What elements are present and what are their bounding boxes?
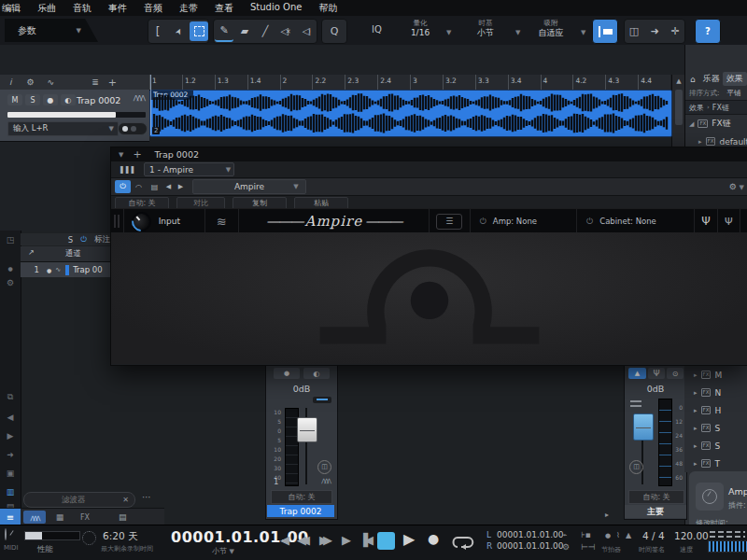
menu-item[interactable]: 事件	[100, 2, 135, 15]
compact-view-icon[interactable]: ⧉	[0, 392, 21, 402]
setup-icon[interactable]: ⚙	[0, 278, 21, 287]
tempo-value[interactable]: 120.00	[674, 530, 709, 541]
gain-value[interactable]: 0dB	[266, 384, 337, 394]
add-tab-icon[interactable]: +	[133, 148, 141, 161]
add-track-icon[interactable]: +	[108, 77, 117, 89]
power-icon[interactable]: ⏻	[480, 217, 486, 227]
zoom-tool-button[interactable]: Q	[321, 19, 347, 44]
close-icon[interactable]: ✕	[122, 496, 134, 504]
marker-icon[interactable]: ⊦▪	[581, 530, 591, 539]
automation-icon[interactable]: ∿	[48, 77, 55, 87]
return-to-start-icon[interactable]: ▐◀	[359, 533, 370, 547]
scroll-up-icon[interactable]: ▲	[672, 75, 685, 88]
track-header[interactable]: M S ● ◐ Trap 0002 ⋀⋀⋀ 输入 L+R ▼	[0, 90, 149, 142]
record-dot-icon[interactable]: ●	[47, 267, 51, 273]
track-name[interactable]: Trap 0002	[77, 95, 120, 105]
breadcrumb-root[interactable]: 效果	[685, 103, 704, 113]
automation-mode[interactable]: 自动: 关	[271, 490, 332, 504]
prev-channel-icon[interactable]: ◀	[0, 413, 21, 422]
range-tool-icon[interactable]	[190, 21, 208, 41]
performance-label[interactable]: 性能	[37, 544, 53, 555]
input-knob[interactable]	[127, 207, 155, 235]
monitor-wave-icon[interactable]: ∿	[55, 266, 61, 273]
prev-preset-icon[interactable]: ◀	[162, 180, 175, 193]
track-scroll-icon[interactable]: ◫	[625, 21, 643, 41]
volume-fader[interactable]	[633, 413, 654, 441]
menu-item[interactable]: 帮助	[310, 2, 345, 15]
collapse-icon[interactable]: ▸	[694, 425, 698, 432]
annotate-label[interactable]: 标注	[94, 234, 110, 245]
split-view-icon[interactable]: ✛	[666, 21, 684, 41]
collapse-icon[interactable]: ▸	[698, 138, 702, 146]
loop-end-value[interactable]: 00001.01.01.00	[497, 541, 564, 551]
split-tool-icon[interactable]: ╱	[256, 21, 275, 41]
expand-icon[interactable]: ◢	[689, 120, 694, 128]
fast-forward-icon[interactable]: ▶▶	[319, 533, 327, 547]
mute-tool-icon[interactable]: ◁✕	[276, 21, 295, 41]
fx-chain-item[interactable]: ▸ FX M	[684, 366, 747, 384]
collapse-icon[interactable]: ▸	[694, 460, 698, 468]
tuner-fork-icon[interactable]: Ψ	[694, 209, 716, 233]
solo-button[interactable]: S	[25, 94, 40, 105]
solo-clear-button[interactable]: S	[68, 235, 73, 245]
trash-icon[interactable]: ▣	[0, 469, 21, 478]
external-devices-icon[interactable]: ➜	[0, 450, 21, 459]
help-button[interactable]: ?	[695, 19, 721, 44]
monitor-toggle[interactable]	[118, 122, 148, 135]
automation-mode[interactable]: 自动: 关	[628, 490, 684, 504]
chevron-down-icon[interactable]: ▼	[581, 29, 585, 36]
mute-button[interactable]: M	[7, 94, 22, 105]
metronome-icon[interactable]: ▲	[626, 531, 631, 539]
pencil-tool-icon[interactable]: ✎	[215, 21, 233, 42]
instrument-tab-icon[interactable]: ▦	[49, 511, 71, 524]
metering-button[interactable]: ▲	[628, 368, 646, 379]
rewind-icon[interactable]: ◀◀	[297, 533, 304, 547]
tuner-icon[interactable]: Ψ	[648, 368, 665, 379]
pan-control[interactable]	[313, 397, 331, 403]
collapse-icon[interactable]: ▸	[694, 371, 698, 379]
fx-chain-item[interactable]: ▸ FX H	[684, 401, 747, 419]
input-quantize-toggle[interactable]: IQ	[372, 24, 382, 35]
menu-item[interactable]: 走带	[171, 2, 206, 15]
track-list-icon[interactable]: ≣	[92, 77, 99, 87]
stop-button[interactable]	[377, 532, 395, 550]
drag-grip[interactable]	[111, 209, 123, 233]
rack-icon[interactable]: ❚❚❚	[119, 165, 134, 174]
home-icon[interactable]: ⌂	[685, 75, 700, 84]
fx-chain-item[interactable]: ▸ FX N	[684, 384, 747, 401]
menu-item[interactable]: 音轨	[64, 2, 100, 15]
eraser-tool-icon[interactable]: ▰	[235, 21, 254, 41]
mono-icon[interactable]: ◫	[629, 460, 643, 474]
loop-icon[interactable]	[450, 535, 476, 550]
record-button[interactable]: ●	[428, 531, 439, 546]
snap-dropdown[interactable]: 吸附 自适应	[523, 20, 579, 37]
monitor-button[interactable]: ◐	[303, 368, 330, 379]
dot-icon[interactable]: ●	[0, 265, 21, 272]
hamburger-icon[interactable]: ☰	[436, 214, 462, 230]
collapse-icon[interactable]: ▸	[694, 407, 698, 414]
quantize-dropdown[interactable]: 量化 1/16	[396, 20, 444, 37]
metronome-setup-icon[interactable]: ⌇	[616, 531, 620, 539]
arrange-vscrollbar[interactable]: ▲	[671, 75, 685, 147]
main-out-label[interactable]: 主要	[625, 505, 686, 518]
snap-toggle-button[interactable]	[592, 19, 618, 44]
power-icon[interactable]: ⏻	[80, 234, 87, 245]
next-channel-icon[interactable]: ▶	[0, 431, 21, 441]
gear-icon[interactable]: ⚙ ▼	[729, 182, 744, 191]
more-options-icon[interactable]: ⋯	[142, 492, 151, 502]
next-marker-icon[interactable]: ▶	[342, 533, 351, 547]
tab-instruments[interactable]: 乐器	[700, 73, 723, 85]
prev-marker-icon[interactable]: ◀	[280, 533, 289, 547]
inserts-icon[interactable]: ◳	[0, 235, 21, 245]
punch-icon[interactable]: ⊢⊣	[581, 542, 596, 552]
breadcrumb-leaf[interactable]: FX链	[712, 103, 729, 113]
fx-chain-item[interactable]: ▸ FX T	[684, 455, 747, 472]
next-preset-icon[interactable]: ▶	[175, 180, 187, 193]
autoscroll-icon[interactable]: ➜	[645, 21, 664, 41]
performance-meter[interactable]	[24, 531, 80, 540]
audio-clip[interactable]: Trap 0002 2	[149, 90, 672, 137]
mixer-icon[interactable]: ▥	[0, 487, 21, 497]
bypass-power-icon[interactable]: ⏻	[115, 180, 131, 193]
fx-chain-item[interactable]: ▸ FX S	[684, 419, 747, 437]
fx-tab[interactable]: FX	[74, 511, 96, 524]
